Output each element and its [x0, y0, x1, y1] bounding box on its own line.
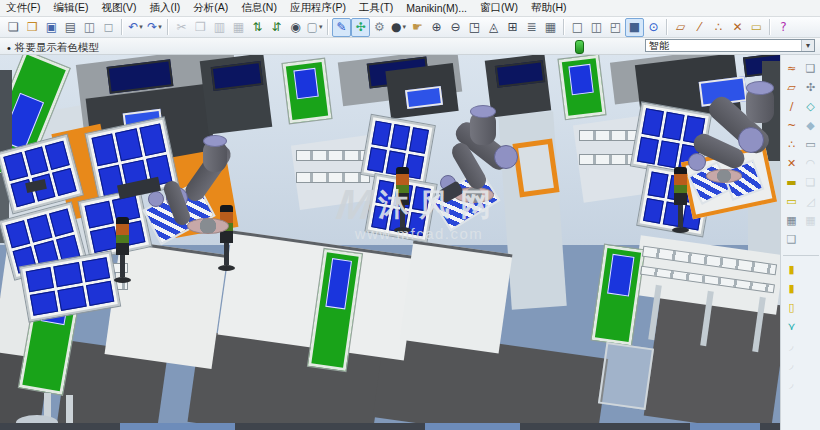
- join-icon: ◠: [806, 157, 816, 171]
- redo-icon[interactable]: ↷▾: [145, 18, 164, 37]
- offset-icon: ❏: [806, 176, 816, 190]
- measure-icon[interactable]: ▬: [783, 174, 801, 191]
- status-text: 将要显示着色模型: [15, 41, 99, 55]
- box3d-icon[interactable]: ❑: [802, 60, 820, 77]
- capture-icon[interactable]: ▦: [541, 18, 560, 37]
- chamfer-icon: ◞: [783, 356, 801, 373]
- robot-joint-cap: [470, 105, 496, 118]
- menu-item-6[interactable]: 应用程序(P): [290, 1, 346, 15]
- print-icon[interactable]: ▤: [61, 18, 80, 37]
- pin-3d-icon[interactable]: ⊙: [644, 18, 663, 37]
- open-folder-icon[interactable]: ❒: [23, 18, 42, 37]
- undo-icon[interactable]: ↶▾: [126, 18, 145, 37]
- 3d-viewport[interactable]: M 沐风网 www.mfcad.com: [0, 55, 780, 430]
- axis-icon[interactable]: ∕: [783, 98, 801, 115]
- robot-base: [706, 169, 742, 183]
- beacon-icon[interactable]: [575, 40, 584, 54]
- render-sphere-icon[interactable]: ●▾: [389, 18, 408, 37]
- find-binoculars-icon[interactable]: ◉: [286, 18, 305, 37]
- toolbar-main: ❏❒▣▤◫◻↶▾↷▾✂❐▥▦⇅⇵◉▢▾✎✣⚙●▾☛⊕⊖◳◬⊞≣▦□◫◰■⊙▱⁄∴…: [0, 17, 820, 38]
- menu-item-2[interactable]: 视图(V): [101, 1, 136, 15]
- frames-icon[interactable]: ❑: [783, 231, 801, 248]
- parallelogram-icon[interactable]: ▱: [783, 79, 801, 96]
- camera-icon: ▦: [786, 214, 796, 228]
- break-icon[interactable]: ✕: [783, 155, 801, 172]
- signal-tower: [674, 167, 687, 233]
- compass-icon[interactable]: ✣: [802, 79, 820, 96]
- wireframe-mode-icon[interactable]: □: [568, 18, 587, 37]
- new-document-icon[interactable]: ❏: [4, 18, 23, 37]
- zoom-out-icon[interactable]: ⊖: [446, 18, 465, 37]
- print-preview-icon: ◫: [84, 19, 95, 35]
- sidebar-spacer: [802, 280, 818, 295]
- normal-view-icon[interactable]: ◬: [484, 18, 503, 37]
- dropdown-arrow-icon[interactable]: ▾: [319, 23, 323, 31]
- menu-item-7[interactable]: 工具(T): [359, 1, 393, 15]
- combo-value: 智能: [649, 39, 669, 53]
- rect-icon[interactable]: ▭: [783, 193, 801, 210]
- axis-line-icon[interactable]: ⁄: [690, 18, 709, 37]
- menu-item-3[interactable]: 插入(I): [149, 1, 180, 15]
- curve-icon[interactable]: ~: [783, 117, 801, 134]
- trim-points-icon[interactable]: ✕: [728, 18, 747, 37]
- menu-item-5[interactable]: 信息(N): [241, 1, 277, 15]
- bottom-strip-blue: [690, 423, 760, 430]
- multi-view-icon[interactable]: ⊞: [503, 18, 522, 37]
- whats-this-icon[interactable]: ?: [774, 18, 793, 37]
- grid-icon: ▦: [802, 212, 820, 229]
- point-set-icon: ∴: [715, 19, 723, 35]
- point-set-icon[interactable]: ∴: [709, 18, 728, 37]
- menu-item-10[interactable]: 帮助(H): [531, 1, 567, 15]
- pad-icon[interactable]: ▮: [783, 261, 801, 278]
- spline-icon[interactable]: ≈: [783, 60, 801, 77]
- new-document-icon: ❏: [8, 19, 19, 35]
- toolbar-separator: [327, 19, 329, 35]
- whats-this-icon: ?: [780, 19, 786, 35]
- save-icon[interactable]: ▣: [42, 18, 61, 37]
- reorder-up-icon[interactable]: ⇅: [248, 18, 267, 37]
- selection-frame-icon[interactable]: ▢▾: [305, 18, 324, 37]
- dropdown-arrow-icon[interactable]: ▾: [158, 23, 162, 31]
- visibility-swap-icon[interactable]: ▭: [747, 18, 766, 37]
- pocket-icon[interactable]: ▯: [783, 299, 801, 316]
- groove-icon[interactable]: ⋎: [783, 318, 801, 335]
- blue-panel-cell: [54, 262, 83, 287]
- menu-item-1[interactable]: 编辑(E): [53, 1, 88, 15]
- points-icon[interactable]: ∴: [783, 136, 801, 153]
- pan-hand-icon[interactable]: ☛: [408, 18, 427, 37]
- plane-icon[interactable]: ◇: [802, 98, 820, 115]
- print-preview-icon[interactable]: ◫: [80, 18, 99, 37]
- signal-tower: [396, 167, 409, 233]
- dynamic-hlr-mode-icon[interactable]: ◰: [606, 18, 625, 37]
- compass-icon: ✣: [806, 81, 815, 95]
- menu-item-0[interactable]: 文件(F): [6, 1, 40, 15]
- menu-item-8[interactable]: Manikin(M)...: [406, 2, 467, 14]
- dropdown-arrow-icon[interactable]: ▾: [402, 23, 406, 31]
- structure-graph-icon[interactable]: ✣: [351, 18, 370, 37]
- zoom-in-icon[interactable]: ⊕: [427, 18, 446, 37]
- sheet-icon[interactable]: ▭: [802, 136, 820, 153]
- camera-icon[interactable]: ▦: [783, 212, 801, 229]
- blue-panel-cell: [115, 128, 142, 160]
- zoom-area-icon[interactable]: ◳: [465, 18, 484, 37]
- surface-icon[interactable]: ◆: [802, 117, 820, 134]
- groove-icon: ⋎: [787, 320, 795, 334]
- selection-filter-combobox[interactable]: 智能 ▾: [645, 39, 815, 52]
- sketcher-window-icon[interactable]: ✎: [332, 18, 351, 37]
- shaded-mode-icon: ■: [629, 19, 640, 35]
- combo-dropdown-arrow[interactable]: ▾: [801, 40, 814, 51]
- blue-panel-cell: [6, 220, 31, 248]
- reorder-down-icon[interactable]: ⇵: [267, 18, 286, 37]
- shaded-mode-icon[interactable]: ■: [625, 18, 644, 37]
- hidden-line-mode-icon[interactable]: ◫: [587, 18, 606, 37]
- material-view-icon[interactable]: ⚙: [370, 18, 389, 37]
- sketch-plane-icon[interactable]: ▱: [671, 18, 690, 37]
- blue-panel-cell: [58, 286, 87, 311]
- dropdown-arrow-icon[interactable]: ▾: [139, 23, 143, 31]
- menu-item-9[interactable]: 窗口(W): [480, 1, 518, 15]
- layers-icon[interactable]: ≣: [522, 18, 541, 37]
- pad-drafted-icon[interactable]: ▮: [783, 280, 801, 297]
- blue-panel-cell: [24, 146, 48, 174]
- menu-item-4[interactable]: 分析(A): [193, 1, 228, 15]
- quick-print-icon[interactable]: ◻: [99, 18, 118, 37]
